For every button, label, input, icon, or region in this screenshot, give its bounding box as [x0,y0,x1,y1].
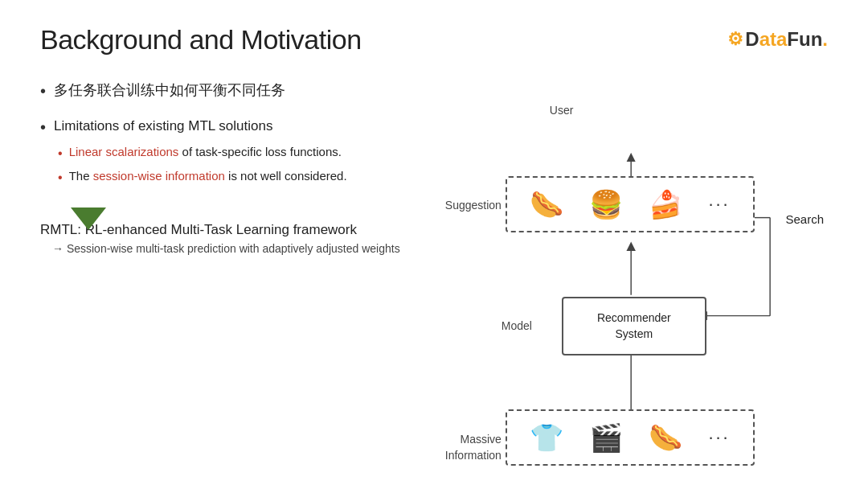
suggestion-area: Suggestion 🌭 🍔 🍰 ··· [506,176,755,232]
user-label: User [550,104,574,117]
bullet-1: • 多任务联合训练中如何平衡不同任务 [40,80,457,101]
sub-bullet-2-red: session-wise information [93,169,225,183]
dots-top: ··· [708,194,730,215]
sub-bullet-dot-2: • [58,171,63,185]
slide: Background and Motivation ⚙ DataFun. • 多… [0,0,868,489]
sub-bullet-1-red: Linear scalarizations [69,145,179,158]
bullet-2: • Limitations of existing MTL solutions … [40,116,457,193]
left-panel: • 多任务联合训练中如何平衡不同任务 • Limitations of exis… [40,72,457,489]
recommender-area: Model RecommenderSystem [562,297,706,355]
recommender-box: RecommenderSystem [562,297,706,355]
rmtl-subtitle: → Session-wise multi-task prediction wit… [52,242,457,255]
suggestion-label: Suggestion [445,199,502,212]
sub-bullet-1-text: Linear scalarizations of task-specific l… [69,145,342,158]
food-icon-3: 🍰 [649,188,682,220]
search-label: Search [785,212,824,226]
logo: ⚙ DataFun. [727,28,828,51]
sub-bullet-1: • Linear scalarizations of task-specific… [58,145,347,161]
header: Background and Motivation ⚙ DataFun. [40,24,828,55]
diagram: User [457,72,828,489]
sub-bullet-dot-1: • [58,146,63,161]
right-panel: User [457,72,828,489]
suggestion-dashed-box: 🌭 🍔 🍰 ··· [506,176,755,232]
massive-icon-2: 🎬 [589,421,623,454]
massive-dashed-box: 👕 🎬 🌭 ··· [506,409,755,466]
massive-label: MassiveInformation [437,432,502,463]
bullet-dot-1: • [40,82,46,101]
bullet-2-text: Limitations of existing MTL solutions [54,118,272,134]
food-icon-1: 🌭 [530,188,563,220]
arrow-head [71,208,106,230]
bullet-1-text: 多任务联合训练中如何平衡不同任务 [54,80,285,101]
food-icon-2: 🍔 [589,188,623,220]
sub-bullets: • Linear scalarizations of task-specific… [58,145,347,185]
massive-icon-1: 👕 [530,421,563,454]
sub-bullet-2: • The session-wise information is not we… [58,169,347,185]
model-label: Model [502,319,532,332]
slide-title: Background and Motivation [40,24,362,55]
logo-icon: ⚙ [727,29,743,50]
logo-text: DataFun. [745,28,828,51]
massive-icon-3: 🌭 [649,421,682,454]
sub-bullet-2-text: The session-wise information is not well… [69,169,347,183]
bullet-2-content: Limitations of existing MTL solutions • … [54,116,347,193]
bullet-dot-2: • [40,118,46,137]
content-area: • 多任务联合训练中如何平衡不同任务 • Limitations of exis… [40,72,828,489]
massive-area: MassiveInformation 👕 🎬 🌭 ··· [506,409,755,466]
dots-bottom: ··· [708,427,730,448]
recommender-text: RecommenderSystem [597,311,671,340]
